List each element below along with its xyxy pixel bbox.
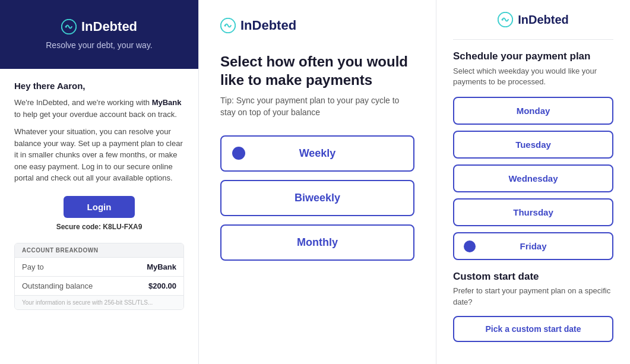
indebted-logo-icon [61,19,77,34]
middle-logo-icon [220,18,236,33]
desc-text: Whatever your situation, you can resolve… [14,126,184,184]
left-panel: InDebted Resolve your debt, your way. He… [0,0,199,364]
breakdown-row-payto: Pay to MyBank [15,257,183,276]
middle-heading: Select how often you would like to make … [220,52,414,89]
login-button[interactable]: Login [64,196,135,218]
secure-code-container: Secure code: K8LU-FXA9 [14,223,184,231]
intro-part2: to help get your overdue account back on… [14,110,177,119]
breakdown-label-payto: Pay to [22,262,44,271]
intro-brand: MyBank [152,98,182,107]
pick-custom-date-button[interactable]: Pick a custom start date [453,316,613,342]
left-header: InDebted Resolve your debt, your way. [0,0,198,69]
secure-label: Secure code: [56,223,103,231]
secure-code-value: K8LU-FXA9 [103,223,142,231]
left-logo: InDebted [12,19,186,34]
custom-sub: Prefer to start your payment plan on a s… [453,286,613,307]
schedule-heading: Schedule your payment plan [453,50,613,62]
middle-panel: InDebted Select how often you would like… [199,0,436,364]
tuesday-button[interactable]: Tuesday [453,131,613,159]
weekly-button[interactable]: Weekly [220,135,414,172]
breakdown-header: ACCOUNT BREAKDOWN [15,243,183,257]
monthly-button[interactable]: Monthly [220,224,414,261]
right-logo-icon [498,12,513,27]
breakdown-footer: Your information is secure with 256-bit … [15,295,183,309]
wednesday-button[interactable]: Wednesday [453,164,613,192]
right-panel: InDebted Schedule your payment plan Sele… [436,0,630,364]
breakdown-row-balance: Outstanding balance $200.00 [15,276,183,295]
friday-label: Friday [520,241,546,251]
friday-dot [464,240,476,252]
thursday-label: Thursday [513,207,553,217]
biweekly-button[interactable]: Biweekly [220,180,414,216]
monthly-label: Monthly [297,236,338,249]
intro-part1: We're InDebted, and we're working with [14,98,152,107]
greeting: Hey there Aaron, [14,81,184,91]
left-tagline: Resolve your debt, your way. [12,40,186,50]
intro-text: We're InDebted, and we're working with M… [14,97,184,120]
monday-label: Monday [517,106,550,116]
middle-tip: Tip: Sync your payment plan to your pay … [220,95,414,118]
weekly-dot [232,147,245,160]
thursday-button[interactable]: Thursday [453,198,613,226]
svg-point-5 [502,18,504,20]
breakdown-label-balance: Outstanding balance [22,281,93,290]
left-body: Hey there Aaron, We're InDebted, and we'… [0,69,198,322]
schedule-sub: Select which weekday you would like your… [453,66,613,87]
weekly-label: Weekly [299,147,336,160]
left-logo-text: InDebted [81,19,137,34]
wednesday-label: Wednesday [508,173,558,183]
breakdown-value-payto: MyBank [147,262,176,271]
account-breakdown: ACCOUNT BREAKDOWN Pay to MyBank Outstand… [14,243,184,310]
middle-logo: InDebted [220,18,414,33]
right-top-logo: InDebted [453,12,613,27]
middle-logo-text: InDebted [240,18,296,33]
friday-button[interactable]: Friday [453,232,613,260]
biweekly-label: Biweekly [295,192,340,204]
svg-point-1 [65,26,67,27]
monday-button[interactable]: Monday [453,97,613,125]
custom-start-section: Custom start date Prefer to start your p… [453,271,613,341]
custom-heading: Custom start date [453,271,613,283]
right-divider [453,39,613,40]
svg-point-3 [224,24,226,26]
right-logo-text: InDebted [518,13,569,27]
tuesday-label: Tuesday [515,140,551,150]
breakdown-value-balance: $200.00 [148,281,176,290]
